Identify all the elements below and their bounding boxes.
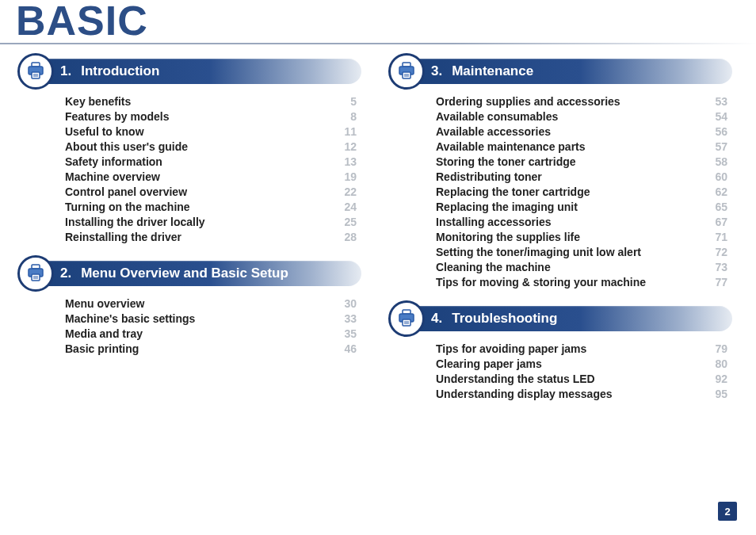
toc-page: 25: [334, 216, 357, 228]
toc-item[interactable]: Safety information13: [65, 155, 357, 168]
toc-item[interactable]: Turning on the machine24: [65, 201, 357, 213]
toc-label: Basic printing: [65, 342, 334, 355]
toc-label: Features by models: [65, 110, 334, 123]
toc-page: 11: [334, 125, 357, 138]
toc-list: Key benefits5 Features by models8 Useful…: [24, 95, 361, 243]
toc-item[interactable]: Setting the toner/imaging unit low alert…: [436, 246, 727, 258]
toc-page: 57: [705, 140, 727, 153]
section-header: 4. Troubleshooting: [395, 306, 732, 331]
section-title-bar: 4. Troubleshooting: [395, 306, 732, 331]
toc-item[interactable]: Menu overview30: [65, 297, 357, 310]
toc-item[interactable]: Available consumables54: [436, 110, 727, 123]
toc-item[interactable]: Ordering supplies and accessories53: [436, 95, 727, 108]
toc-item[interactable]: Understanding the status LED92: [436, 373, 727, 385]
toc-item[interactable]: Features by models8: [65, 110, 357, 123]
toc-page: 73: [705, 261, 727, 273]
toc-page: 33: [334, 312, 357, 325]
section-title: Troubleshooting: [452, 311, 557, 327]
toc-label: Replacing the imaging unit: [436, 201, 705, 213]
toc-page: 58: [705, 155, 727, 168]
toc-item[interactable]: Installing accessories67: [436, 216, 727, 228]
toc-label: Storing the toner cartridge: [436, 155, 705, 168]
toc-label: Safety information: [65, 155, 334, 168]
toc-page: 54: [705, 110, 727, 123]
toc-page: 95: [705, 388, 727, 400]
printer-icon: [388, 53, 425, 90]
svg-rect-7: [32, 274, 40, 281]
toc-page: 22: [334, 185, 357, 198]
section-title-bar: 2. Menu Overview and Basic Setup: [24, 261, 361, 286]
toc-label: Machine's basic settings: [65, 312, 334, 325]
toc-page: 13: [334, 155, 357, 168]
toc-label: Cleaning the machine: [436, 261, 705, 273]
toc-label: Clearing paper jams: [436, 357, 705, 370]
toc-item[interactable]: Available maintenance parts57: [436, 140, 727, 153]
toc-item[interactable]: Machine overview19: [65, 170, 357, 183]
svg-rect-2: [32, 72, 40, 78]
toc-item[interactable]: About this user's guide12: [65, 140, 357, 153]
toc-label: Setting the toner/imaging unit low alert: [436, 246, 705, 258]
svg-rect-12: [403, 72, 410, 78]
toc-label: Turning on the machine: [65, 201, 334, 213]
toc-item[interactable]: Redistributing toner60: [436, 170, 727, 183]
toc-page: 79: [705, 342, 727, 355]
toc-item[interactable]: Monitoring the supplies life71: [436, 231, 727, 243]
toc-page: 30: [334, 297, 357, 310]
toc-item[interactable]: Tips for avoiding paper jams79: [436, 342, 727, 355]
toc-label: Reinstalling the driver: [65, 231, 334, 243]
toc-item[interactable]: Cleaning the machine73: [436, 261, 727, 273]
toc-item[interactable]: Replacing the imaging unit65: [436, 201, 727, 213]
toc-label: Available consumables: [436, 110, 705, 123]
page-number: 2: [718, 502, 737, 521]
page: BASIC 1.: [0, 0, 756, 535]
toc-item[interactable]: Tips for moving & storing your machine77: [436, 276, 727, 289]
toc-list: Ordering supplies and accessories53 Avai…: [395, 95, 732, 289]
section-title: Introduction: [81, 63, 159, 79]
toc-label: Available maintenance parts: [436, 140, 705, 153]
content-columns: 1. Introduction Key benefits5 Features b…: [24, 59, 732, 418]
toc-page: 77: [705, 276, 727, 289]
toc-page: 67: [705, 216, 727, 228]
toc-page: 56: [705, 125, 727, 138]
toc-label: Installing accessories: [436, 216, 705, 228]
toc-page: 46: [334, 342, 357, 355]
toc-item[interactable]: Key benefits5: [65, 95, 357, 108]
toc-item[interactable]: Clearing paper jams80: [436, 357, 727, 370]
toc-item[interactable]: Replacing the toner cartridge62: [436, 185, 727, 198]
section-header: 1. Introduction: [24, 59, 361, 84]
section-number: 2.: [60, 266, 71, 281]
toc-label: Understanding display messages: [436, 388, 705, 400]
toc-item[interactable]: Basic printing46: [65, 342, 357, 355]
section-number: 4.: [431, 311, 442, 327]
toc-page: 28: [334, 231, 357, 243]
toc-item[interactable]: Useful to know11: [65, 125, 357, 138]
toc-page: 35: [334, 327, 357, 340]
toc-item[interactable]: Available accessories56: [436, 125, 727, 138]
section-header: 2. Menu Overview and Basic Setup: [24, 261, 361, 286]
section-introduction: 1. Introduction Key benefits5 Features b…: [24, 59, 361, 243]
toc-label: Redistributing toner: [436, 170, 705, 183]
toc-item[interactable]: Storing the toner cartridge58: [436, 155, 727, 168]
left-column: 1. Introduction Key benefits5 Features b…: [24, 59, 361, 418]
toc-page: 19: [334, 170, 357, 183]
section-maintenance: 3. Maintenance Ordering supplies and acc…: [395, 59, 732, 289]
toc-item[interactable]: Machine's basic settings33: [65, 312, 357, 325]
printer-icon: [17, 53, 54, 90]
toc-item[interactable]: Media and tray35: [65, 327, 357, 340]
toc-label: Monitoring the supplies life: [436, 231, 705, 243]
toc-item[interactable]: Installing the driver locally25: [65, 216, 357, 228]
toc-label: Installing the driver locally: [65, 216, 334, 228]
toc-item[interactable]: Control panel overview22: [65, 185, 357, 198]
toc-page: 53: [705, 95, 727, 108]
section-title: Maintenance: [452, 63, 533, 79]
section-header: 3. Maintenance: [395, 59, 732, 84]
toc-list: Menu overview30 Machine's basic settings…: [24, 297, 361, 355]
toc-item[interactable]: Reinstalling the driver28: [65, 231, 357, 243]
toc-page: 5: [334, 95, 357, 108]
svg-rect-17: [403, 319, 410, 326]
section-title: Menu Overview and Basic Setup: [81, 266, 288, 281]
toc-item[interactable]: Understanding display messages95: [436, 388, 727, 400]
toc-label: Useful to know: [65, 125, 334, 138]
section-number: 3.: [431, 63, 442, 79]
toc-label: Machine overview: [65, 170, 334, 183]
